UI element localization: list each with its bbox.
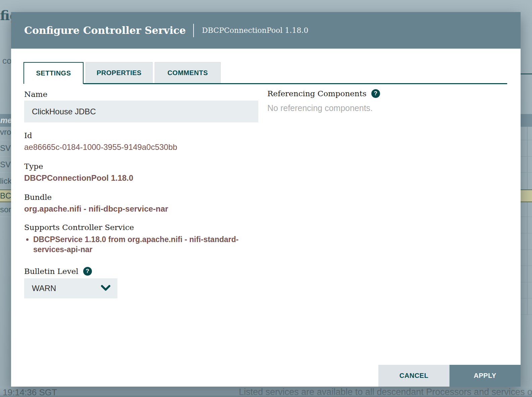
id-value: ae86665c-0184-1000-3955-9149a0c530bb <box>24 143 177 152</box>
dialog-tabs: SETTINGS PROPERTIES COMMENTS <box>23 62 221 84</box>
table-row-selected: BCI <box>0 189 11 202</box>
dialog-header: Configure Controller Service DBCPConnect… <box>11 12 521 49</box>
services-availability-note: Listed services are available to all des… <box>239 387 532 397</box>
referencing-components-label: Referencing Components <box>267 89 367 98</box>
bulletin-level-label: Bulletin Level <box>24 267 78 276</box>
tab-underline <box>84 83 507 84</box>
chevron-down-icon <box>101 284 111 292</box>
help-icon[interactable]: ? <box>83 267 92 276</box>
no-referencing-components-text: No referencing components. <box>267 103 373 113</box>
table-row: SVF <box>0 140 11 157</box>
referencing-components-row: Referencing Components ? <box>267 89 380 98</box>
supported-services-list: DBCPService 1.18.0 from org.apache.nifi … <box>33 234 255 254</box>
table-row: son <box>0 202 11 217</box>
help-icon[interactable]: ? <box>371 89 380 98</box>
dialog-title: Configure Controller Service <box>24 24 186 36</box>
background-tab-underline <box>521 73 532 74</box>
id-label: Id <box>24 131 32 140</box>
name-label: Name <box>24 90 47 99</box>
bundle-value: org.apache.nifi - nifi-dbcp-service-nar <box>24 204 168 214</box>
bundle-label: Bundle <box>24 193 52 202</box>
bulletin-level-row: Bulletin Level ? <box>24 267 92 276</box>
background-table-header <box>521 114 532 127</box>
bulletin-level-dropdown[interactable]: WARN <box>24 278 117 298</box>
table-row: SVF <box>0 157 11 173</box>
background-left-strip: fig co me vro SVF SVF lick BCI son <box>0 0 11 397</box>
table-row-selected <box>521 189 532 202</box>
cancel-button[interactable]: CANCEL <box>378 365 449 387</box>
dimmed-background-overlay: fig co me vro SVF SVF lick BCI son 19:14… <box>0 0 532 397</box>
tab-properties[interactable]: PROPERTIES <box>86 62 153 84</box>
background-grid-line <box>527 127 528 315</box>
apply-button[interactable]: APPLY <box>449 365 521 387</box>
table-row: vro <box>0 124 11 140</box>
type-label: Type <box>24 162 43 171</box>
background-tab-fragment: co <box>2 56 11 66</box>
type-value: DBCPConnectionPool 1.18.0 <box>24 173 133 183</box>
bulletin-level-value: WARN <box>32 278 56 298</box>
background-right-strip <box>521 0 532 397</box>
background-bottom-strip: 19:14:36 SGT Listed services are availab… <box>0 387 532 397</box>
configure-controller-service-dialog: Configure Controller Service DBCPConnect… <box>11 12 521 387</box>
tab-settings[interactable]: SETTINGS <box>23 62 84 84</box>
name-input[interactable] <box>24 101 258 122</box>
table-row: lick <box>0 173 11 189</box>
clock-timestamp: 19:14:36 SGT <box>3 387 57 397</box>
tab-comments[interactable]: COMMENTS <box>155 62 221 84</box>
dialog-subtitle: DBCPConnectionPool 1.18.0 <box>193 24 308 37</box>
supported-service-item: DBCPService 1.18.0 from org.apache.nifi … <box>33 234 255 254</box>
supports-controller-service-label: Supports Controller Service <box>24 223 134 232</box>
